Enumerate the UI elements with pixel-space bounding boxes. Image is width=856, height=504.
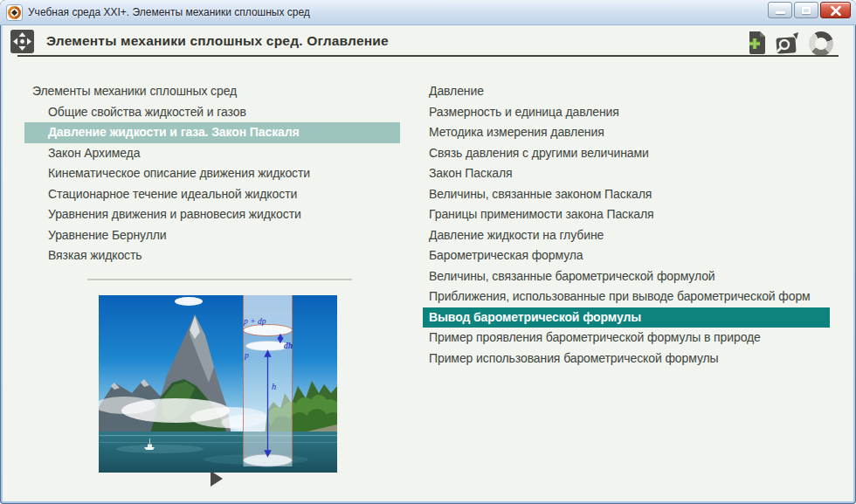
toc-item[interactable]: Закон Архимеда	[24, 143, 400, 164]
illustration-barometric: p + dp dh p h	[99, 295, 337, 473]
toc-item-label: Стационарное течение идеальной жидкости	[48, 187, 297, 201]
toc-item-label: Давление жидкости на глубине	[429, 228, 604, 242]
app-icon	[6, 4, 23, 21]
toc-item[interactable]: Давление жидкости и газа. Закон Паскаля	[24, 122, 400, 143]
toc-item-label: Уравнения движения и равновесия жидкости	[48, 207, 301, 221]
window-title: Учебная среда XXI+. Элементы механики сп…	[28, 6, 310, 18]
toc-item[interactable]: Приближения, использованные при выводе б…	[423, 287, 830, 307]
toc-item-label: Общие свойства жидкостей и газов	[48, 105, 246, 119]
toc-item-label: Кинематическое описание движения жидкост…	[48, 166, 310, 180]
chapter-list: Элементы механики сплошных сред Общие св…	[24, 81, 400, 266]
toc-item[interactable]: Давление	[423, 81, 830, 102]
label-h: h	[272, 382, 276, 391]
toc-item[interactable]: Пример использования барометрической фор…	[423, 349, 830, 369]
progress-ring-icon[interactable]	[809, 31, 833, 56]
maximize-icon	[802, 7, 811, 14]
toc-item[interactable]: Величины, связанные законом Паскаля	[423, 184, 830, 205]
toc-item-label: Пример проявления барометрической формул…	[429, 330, 761, 344]
toc-item-label: Давление	[429, 84, 484, 98]
toc-item-label: Вязкая жидкость	[48, 248, 142, 262]
close-button[interactable]	[820, 2, 851, 18]
title-bar[interactable]: Учебная среда XXI+. Элементы механики сп…	[0, 0, 856, 25]
label-p: p	[244, 351, 249, 360]
toc-item-label: Закон Архимеда	[48, 146, 140, 160]
toolbar-divider	[17, 55, 839, 57]
toc-item-label: Связь давления с другими величинами	[429, 146, 649, 160]
toc-item[interactable]: Пример проявления барометрической формул…	[423, 328, 830, 349]
section-divider	[87, 279, 352, 280]
toc-item[interactable]: Давление жидкости на глубине	[423, 225, 830, 246]
maximize-button[interactable]	[794, 2, 818, 18]
minimize-button[interactable]	[768, 2, 792, 18]
toc-item[interactable]: Стационарное течение идеальной жидкости	[24, 184, 400, 205]
toc-item[interactable]: Элементы механики сплошных сред	[24, 81, 400, 102]
toc-item-label: Барометрическая формула	[429, 248, 583, 262]
topic-list: Давление Размерность и единица давления …	[423, 81, 830, 369]
toc-item[interactable]: Уравнение Бернулли	[24, 225, 400, 246]
toc-item[interactable]: Вязкая жидкость	[24, 245, 400, 266]
toc-item[interactable]: Кинематическое описание движения жидкост…	[24, 163, 400, 184]
toc-item[interactable]: Барометрическая формула	[423, 245, 830, 266]
add-page-icon	[746, 31, 770, 56]
search-icon	[774, 32, 803, 57]
toc-item-label: Пример использования барометрической фор…	[429, 351, 719, 365]
add-page-button[interactable]	[746, 31, 770, 56]
toc-item-label: Величины, связанные законом Паскаля	[429, 187, 652, 201]
toc-item[interactable]: Общие свойства жидкостей и газов	[24, 102, 400, 123]
toc-item[interactable]: Связь давления с другими величинами	[423, 143, 830, 164]
search-button[interactable]	[774, 32, 803, 57]
toc-item[interactable]: Величины, связанные барометрической форм…	[423, 266, 830, 287]
toc-item-label: Границы применимости закона Паскаля	[429, 207, 654, 221]
toc-item-label: Приближения, использованные при выводе б…	[429, 289, 811, 303]
play-button[interactable]	[207, 469, 228, 488]
toc-item[interactable]: Методика измерения давления	[423, 122, 830, 143]
toc-item-label: Размерность и единица давления	[429, 105, 619, 119]
toc-item-label: Давление жидкости и газа. Закон Паскаля	[48, 125, 300, 139]
toc-item[interactable]: Границы применимости закона Паскаля	[423, 204, 830, 225]
app-window: Учебная среда XXI+. Элементы механики сп…	[0, 0, 856, 504]
toc-item-label: Методика измерения давления	[429, 125, 604, 139]
toc-item-label: Уравнение Бернулли	[48, 228, 167, 242]
toc-item-label: Вывод барометрической формулы	[429, 310, 641, 324]
minimize-icon	[776, 11, 785, 14]
page-title: Элементы механики сплошных сред. Оглавле…	[46, 33, 389, 49]
play-icon	[211, 471, 223, 487]
toc-item[interactable]: Размерность и единица давления	[423, 102, 830, 123]
toc-item[interactable]: Уравнения движения и равновесия жидкости	[24, 204, 400, 225]
label-dh: dh	[284, 342, 293, 350]
toc-item-label: Элементы механики сплошных сред	[32, 84, 237, 98]
toc-item-label: Закон Паскаля	[429, 166, 512, 180]
toc-item[interactable]: Закон Паскаля	[423, 163, 830, 184]
content-area: Элементы механики сплошных сред. Оглавле…	[3, 25, 853, 501]
label-p-plus-dp: p + dp	[243, 317, 266, 326]
toc-item[interactable]: Вывод барометрической формулы	[423, 307, 830, 328]
navigate-icon[interactable]	[10, 30, 34, 53]
toc-item-label: Величины, связанные барометрической форм…	[429, 269, 715, 283]
close-icon	[831, 6, 841, 16]
